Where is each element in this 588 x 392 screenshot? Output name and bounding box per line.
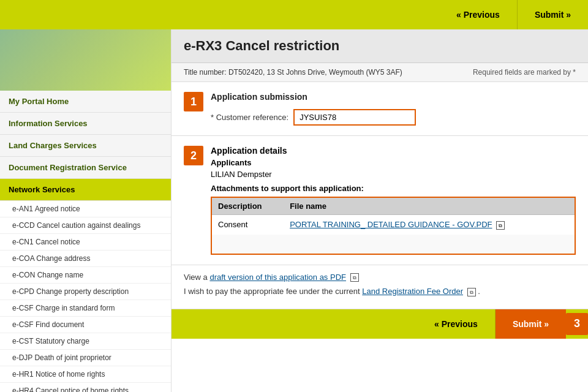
attachments-table-wrapper: Description File name Consent PORTAL TRA…: [211, 197, 576, 255]
top-previous-button[interactable]: « Previous: [439, 0, 517, 29]
sidebar-subitems: e-AN1 Agreed notice e-CCD Cancel caution…: [0, 201, 171, 392]
row-description: Consent: [212, 215, 284, 235]
fee-ext-icon: ⧉: [467, 288, 476, 296]
applicant-name: LILIAN Dempster: [211, 170, 576, 179]
title-number-info: Title number: DT502420, 13 St Johns Driv…: [184, 68, 402, 77]
fee-line: I wish to pay the appropriate fee under …: [184, 287, 576, 296]
step2-section: 2 Application details Applicants LILIAN …: [172, 136, 588, 265]
sidebar-subitem-coa[interactable]: e-COA Change address: [0, 251, 171, 267]
sidebar-subitem-ccd[interactable]: e-CCD Cancel caution against dealings: [0, 217, 171, 234]
sidebar: My Portal Home Information Services Land…: [0, 29, 172, 392]
step1-title: Application submission: [211, 92, 576, 102]
step1-badge: 1: [184, 92, 203, 111]
top-submit-button[interactable]: Submit »: [517, 0, 588, 29]
row-filename: PORTAL TRAINING_ DETAILED GUIDANCE - GOV…: [284, 215, 575, 235]
sidebar-subitem-hr1[interactable]: e-HR1 Notice of home rights: [0, 366, 171, 383]
content-area: e-RX3 Cancel restriction Title number: D…: [172, 29, 588, 392]
sidebar-item-land-charges-services[interactable]: Land Charges Services: [0, 135, 171, 157]
external-link-icon: ⧉: [496, 221, 505, 230]
sidebar-image: [0, 29, 171, 91]
attachments-table: Description File name Consent PORTAL TRA…: [212, 198, 575, 254]
customer-ref-row: * Customer reference:: [211, 109, 576, 126]
bottom-toolbar: « Previous Submit » 3: [172, 309, 588, 339]
sidebar-subitem-csf-charge[interactable]: e-CSF Charge in standard form: [0, 300, 171, 317]
sidebar-item-network-services[interactable]: Network Services: [0, 179, 171, 201]
customer-ref-input[interactable]: [293, 109, 416, 126]
step2-badge: 2: [184, 146, 203, 165]
draft-line: View a draft version of this application…: [184, 273, 576, 282]
sidebar-subitem-djp[interactable]: e-DJP Death of joint proprietor: [0, 350, 171, 366]
file-link[interactable]: PORTAL TRAINING_ DETAILED GUIDANCE - GOV…: [290, 220, 492, 229]
top-toolbar: « Previous Submit »: [0, 0, 588, 29]
sidebar-subitem-csf-find[interactable]: e-CSF Find document: [0, 317, 171, 333]
sidebar-item-document-registration-service[interactable]: Document Registration Service: [0, 157, 171, 179]
table-row: Consent PORTAL TRAINING_ DETAILED GUIDAN…: [212, 215, 575, 235]
sidebar-subitem-an1[interactable]: e-AN1 Agreed notice: [0, 201, 171, 217]
bottom-submit-button[interactable]: Submit »: [495, 309, 566, 339]
draft-ext-icon: ⧉: [350, 273, 359, 282]
applicants-label: Applicants: [211, 158, 576, 167]
step1-section: 1 Application submission * Customer refe…: [172, 82, 588, 136]
main-layout: My Portal Home Information Services Land…: [0, 29, 588, 392]
step2-content: Application details Applicants LILIAN De…: [211, 146, 576, 255]
col-filename: File name: [284, 198, 575, 215]
sidebar-subitem-cst[interactable]: e-CST Statutory charge: [0, 333, 171, 350]
sidebar-subitem-cn1[interactable]: e-CN1 Cancel notice: [0, 234, 171, 251]
customer-ref-label: * Customer reference:: [211, 113, 288, 122]
draft-pdf-link[interactable]: draft version of this application as PDF: [209, 273, 346, 282]
page-title-bar: e-RX3 Cancel restriction: [172, 29, 588, 63]
table-empty-row: [212, 235, 575, 254]
sidebar-item-my-portal-home[interactable]: My Portal Home: [0, 91, 171, 113]
footer-links: View a draft version of this application…: [172, 265, 588, 309]
sidebar-subitem-con[interactable]: e-CON Change name: [0, 267, 171, 284]
bottom-previous-button[interactable]: « Previous: [417, 309, 495, 339]
sidebar-subitem-cpd[interactable]: e-CPD Change property description: [0, 284, 171, 300]
info-bar: Title number: DT502420, 13 St Johns Driv…: [172, 63, 588, 82]
step3-badge: 3: [566, 313, 588, 335]
sidebar-item-information-services[interactable]: Information Services: [0, 113, 171, 135]
app-details-title: Application details: [211, 146, 576, 156]
step1-content: Application submission * Customer refere…: [211, 92, 576, 126]
step1-numbered: 1 Application submission * Customer refe…: [184, 92, 576, 126]
col-description: Description: [212, 198, 284, 215]
required-note: Required fields are marked by *: [473, 68, 576, 77]
page-title: e-RX3 Cancel restriction: [184, 38, 576, 54]
fee-order-link[interactable]: Land Registration Fee Order: [362, 287, 463, 296]
attachments-label: Attachments to support this application:: [211, 184, 576, 193]
sidebar-subitem-hr4[interactable]: e-HR4 Cancel notice of home rights: [0, 383, 171, 392]
